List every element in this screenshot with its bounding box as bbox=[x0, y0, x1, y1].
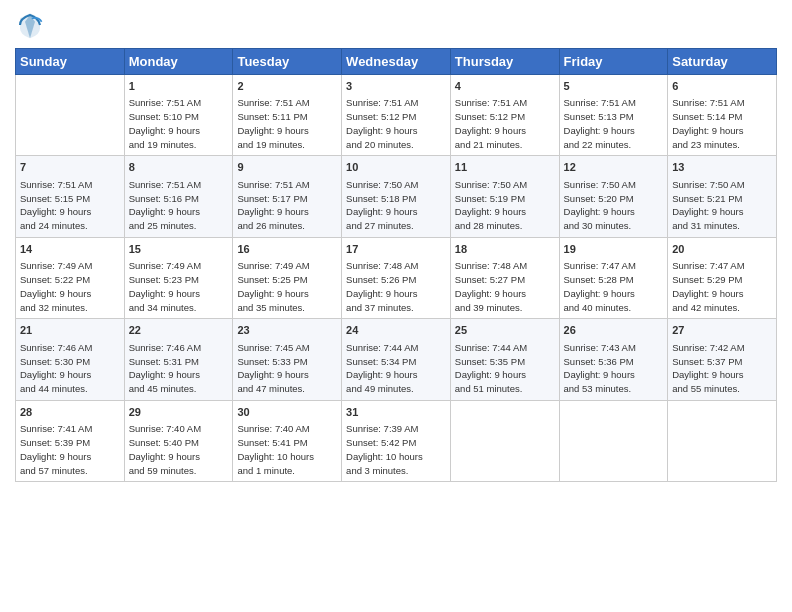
day-number: 18 bbox=[455, 242, 555, 257]
day-info: Sunrise: 7:50 AMSunset: 5:18 PMDaylight:… bbox=[346, 178, 446, 233]
calendar-cell: 11Sunrise: 7:50 AMSunset: 5:19 PMDayligh… bbox=[450, 156, 559, 237]
day-number: 27 bbox=[672, 323, 772, 338]
calendar-cell: 6Sunrise: 7:51 AMSunset: 5:14 PMDaylight… bbox=[668, 75, 777, 156]
calendar-cell: 15Sunrise: 7:49 AMSunset: 5:23 PMDayligh… bbox=[124, 237, 233, 318]
calendar-cell: 21Sunrise: 7:46 AMSunset: 5:30 PMDayligh… bbox=[16, 319, 125, 400]
calendar-cell: 27Sunrise: 7:42 AMSunset: 5:37 PMDayligh… bbox=[668, 319, 777, 400]
calendar-cell: 20Sunrise: 7:47 AMSunset: 5:29 PMDayligh… bbox=[668, 237, 777, 318]
calendar-cell: 12Sunrise: 7:50 AMSunset: 5:20 PMDayligh… bbox=[559, 156, 668, 237]
calendar-cell: 19Sunrise: 7:47 AMSunset: 5:28 PMDayligh… bbox=[559, 237, 668, 318]
calendar-cell: 30Sunrise: 7:40 AMSunset: 5:41 PMDayligh… bbox=[233, 400, 342, 481]
calendar-cell: 25Sunrise: 7:44 AMSunset: 5:35 PMDayligh… bbox=[450, 319, 559, 400]
day-number: 26 bbox=[564, 323, 664, 338]
day-number: 15 bbox=[129, 242, 229, 257]
day-number: 30 bbox=[237, 405, 337, 420]
calendar-cell: 24Sunrise: 7:44 AMSunset: 5:34 PMDayligh… bbox=[342, 319, 451, 400]
day-info: Sunrise: 7:50 AMSunset: 5:19 PMDaylight:… bbox=[455, 178, 555, 233]
calendar-cell: 10Sunrise: 7:50 AMSunset: 5:18 PMDayligh… bbox=[342, 156, 451, 237]
day-number: 23 bbox=[237, 323, 337, 338]
day-info: Sunrise: 7:51 AMSunset: 5:14 PMDaylight:… bbox=[672, 96, 772, 151]
weekday-header-row: SundayMondayTuesdayWednesdayThursdayFrid… bbox=[16, 49, 777, 75]
day-number: 22 bbox=[129, 323, 229, 338]
weekday-header-tuesday: Tuesday bbox=[233, 49, 342, 75]
day-info: Sunrise: 7:51 AMSunset: 5:16 PMDaylight:… bbox=[129, 178, 229, 233]
calendar-cell: 23Sunrise: 7:45 AMSunset: 5:33 PMDayligh… bbox=[233, 319, 342, 400]
day-number: 9 bbox=[237, 160, 337, 175]
day-info: Sunrise: 7:44 AMSunset: 5:35 PMDaylight:… bbox=[455, 341, 555, 396]
weekday-header-wednesday: Wednesday bbox=[342, 49, 451, 75]
day-number: 24 bbox=[346, 323, 446, 338]
day-info: Sunrise: 7:50 AMSunset: 5:21 PMDaylight:… bbox=[672, 178, 772, 233]
day-number: 16 bbox=[237, 242, 337, 257]
calendar-header: SundayMondayTuesdayWednesdayThursdayFrid… bbox=[16, 49, 777, 75]
day-number: 7 bbox=[20, 160, 120, 175]
calendar-cell: 7Sunrise: 7:51 AMSunset: 5:15 PMDaylight… bbox=[16, 156, 125, 237]
day-info: Sunrise: 7:50 AMSunset: 5:20 PMDaylight:… bbox=[564, 178, 664, 233]
logo bbox=[15, 10, 49, 40]
day-number: 6 bbox=[672, 79, 772, 94]
day-number: 29 bbox=[129, 405, 229, 420]
calendar-cell: 14Sunrise: 7:49 AMSunset: 5:22 PMDayligh… bbox=[16, 237, 125, 318]
calendar-cell bbox=[559, 400, 668, 481]
weekday-header-thursday: Thursday bbox=[450, 49, 559, 75]
calendar-week-2: 7Sunrise: 7:51 AMSunset: 5:15 PMDaylight… bbox=[16, 156, 777, 237]
day-number: 17 bbox=[346, 242, 446, 257]
day-info: Sunrise: 7:51 AMSunset: 5:15 PMDaylight:… bbox=[20, 178, 120, 233]
weekday-header-sunday: Sunday bbox=[16, 49, 125, 75]
day-info: Sunrise: 7:51 AMSunset: 5:10 PMDaylight:… bbox=[129, 96, 229, 151]
calendar-week-5: 28Sunrise: 7:41 AMSunset: 5:39 PMDayligh… bbox=[16, 400, 777, 481]
day-info: Sunrise: 7:40 AMSunset: 5:40 PMDaylight:… bbox=[129, 422, 229, 477]
calendar-cell: 8Sunrise: 7:51 AMSunset: 5:16 PMDaylight… bbox=[124, 156, 233, 237]
calendar-week-3: 14Sunrise: 7:49 AMSunset: 5:22 PMDayligh… bbox=[16, 237, 777, 318]
calendar-cell: 9Sunrise: 7:51 AMSunset: 5:17 PMDaylight… bbox=[233, 156, 342, 237]
day-info: Sunrise: 7:43 AMSunset: 5:36 PMDaylight:… bbox=[564, 341, 664, 396]
day-info: Sunrise: 7:47 AMSunset: 5:29 PMDaylight:… bbox=[672, 259, 772, 314]
day-info: Sunrise: 7:51 AMSunset: 5:13 PMDaylight:… bbox=[564, 96, 664, 151]
calendar-cell: 4Sunrise: 7:51 AMSunset: 5:12 PMDaylight… bbox=[450, 75, 559, 156]
day-info: Sunrise: 7:49 AMSunset: 5:22 PMDaylight:… bbox=[20, 259, 120, 314]
calendar-cell: 2Sunrise: 7:51 AMSunset: 5:11 PMDaylight… bbox=[233, 75, 342, 156]
calendar-cell: 3Sunrise: 7:51 AMSunset: 5:12 PMDaylight… bbox=[342, 75, 451, 156]
day-number: 21 bbox=[20, 323, 120, 338]
day-info: Sunrise: 7:48 AMSunset: 5:27 PMDaylight:… bbox=[455, 259, 555, 314]
day-number: 5 bbox=[564, 79, 664, 94]
day-number: 4 bbox=[455, 79, 555, 94]
weekday-header-friday: Friday bbox=[559, 49, 668, 75]
day-number: 2 bbox=[237, 79, 337, 94]
calendar-cell: 29Sunrise: 7:40 AMSunset: 5:40 PMDayligh… bbox=[124, 400, 233, 481]
day-info: Sunrise: 7:49 AMSunset: 5:23 PMDaylight:… bbox=[129, 259, 229, 314]
day-number: 3 bbox=[346, 79, 446, 94]
day-number: 14 bbox=[20, 242, 120, 257]
calendar-cell: 16Sunrise: 7:49 AMSunset: 5:25 PMDayligh… bbox=[233, 237, 342, 318]
day-info: Sunrise: 7:39 AMSunset: 5:42 PMDaylight:… bbox=[346, 422, 446, 477]
day-number: 28 bbox=[20, 405, 120, 420]
calendar-cell bbox=[668, 400, 777, 481]
calendar-cell: 28Sunrise: 7:41 AMSunset: 5:39 PMDayligh… bbox=[16, 400, 125, 481]
calendar-week-1: 1Sunrise: 7:51 AMSunset: 5:10 PMDaylight… bbox=[16, 75, 777, 156]
calendar-cell bbox=[450, 400, 559, 481]
calendar-cell: 22Sunrise: 7:46 AMSunset: 5:31 PMDayligh… bbox=[124, 319, 233, 400]
calendar-container: SundayMondayTuesdayWednesdayThursdayFrid… bbox=[0, 0, 792, 612]
day-number: 20 bbox=[672, 242, 772, 257]
day-info: Sunrise: 7:46 AMSunset: 5:30 PMDaylight:… bbox=[20, 341, 120, 396]
day-info: Sunrise: 7:51 AMSunset: 5:12 PMDaylight:… bbox=[346, 96, 446, 151]
day-info: Sunrise: 7:48 AMSunset: 5:26 PMDaylight:… bbox=[346, 259, 446, 314]
calendar-cell: 1Sunrise: 7:51 AMSunset: 5:10 PMDaylight… bbox=[124, 75, 233, 156]
calendar-cell: 5Sunrise: 7:51 AMSunset: 5:13 PMDaylight… bbox=[559, 75, 668, 156]
day-info: Sunrise: 7:42 AMSunset: 5:37 PMDaylight:… bbox=[672, 341, 772, 396]
day-number: 11 bbox=[455, 160, 555, 175]
day-info: Sunrise: 7:45 AMSunset: 5:33 PMDaylight:… bbox=[237, 341, 337, 396]
calendar-cell: 17Sunrise: 7:48 AMSunset: 5:26 PMDayligh… bbox=[342, 237, 451, 318]
day-number: 19 bbox=[564, 242, 664, 257]
day-number: 1 bbox=[129, 79, 229, 94]
day-info: Sunrise: 7:44 AMSunset: 5:34 PMDaylight:… bbox=[346, 341, 446, 396]
calendar-cell: 26Sunrise: 7:43 AMSunset: 5:36 PMDayligh… bbox=[559, 319, 668, 400]
day-info: Sunrise: 7:51 AMSunset: 5:12 PMDaylight:… bbox=[455, 96, 555, 151]
day-number: 13 bbox=[672, 160, 772, 175]
day-number: 12 bbox=[564, 160, 664, 175]
calendar-body: 1Sunrise: 7:51 AMSunset: 5:10 PMDaylight… bbox=[16, 75, 777, 482]
day-info: Sunrise: 7:51 AMSunset: 5:11 PMDaylight:… bbox=[237, 96, 337, 151]
day-info: Sunrise: 7:40 AMSunset: 5:41 PMDaylight:… bbox=[237, 422, 337, 477]
weekday-header-monday: Monday bbox=[124, 49, 233, 75]
calendar-cell: 13Sunrise: 7:50 AMSunset: 5:21 PMDayligh… bbox=[668, 156, 777, 237]
